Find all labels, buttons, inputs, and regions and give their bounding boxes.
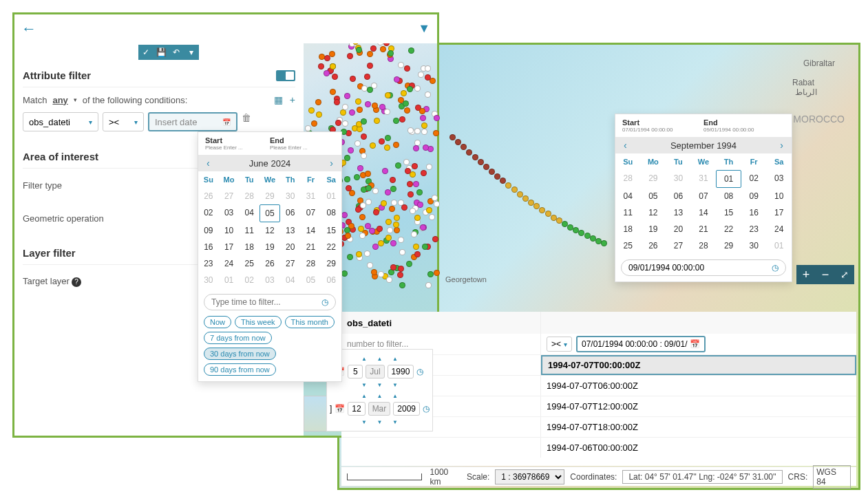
cal-day[interactable]: 30 [741,237,767,254]
cal-day[interactable]: 23 [741,221,767,237]
cal-day[interactable]: 04 [615,188,641,204]
start-year[interactable]: 1990 [388,365,414,379]
cal-day[interactable]: 06 [280,204,301,222]
operator-select[interactable]: >< ▾ [547,337,572,352]
apply-button[interactable]: ✓ [138,45,154,60]
cal-day[interactable]: 29 [716,237,741,254]
cal-day[interactable]: 29 [321,255,341,272]
preset-chip[interactable]: Now [204,316,231,328]
cal-day[interactable]: 30 [280,188,301,204]
cal-day[interactable]: 07 [691,188,717,204]
start-day[interactable]: 5 [348,365,363,379]
filter-toggle-icon[interactable]: ▼ [418,21,430,36]
cal-day[interactable]: 06 [321,272,341,288]
preset-chip[interactable]: This week [235,316,282,328]
zoom-in-button[interactable]: + [796,265,816,284]
cal-time-input[interactable] [628,263,772,273]
delete-condition-button[interactable]: 🗑 [242,112,251,131]
cal-day[interactable]: 15 [716,204,741,221]
cal-day[interactable]: 06 [666,188,691,204]
cal-day[interactable]: 05 [301,272,321,288]
add-condition-button[interactable]: + [290,94,295,105]
cal-day[interactable]: 10 [219,222,240,239]
clock-icon[interactable]: ◷ [321,297,328,307]
cal-day[interactable]: 14 [691,204,717,221]
cal-day[interactable]: 16 [198,239,219,255]
cal-day[interactable]: 27 [666,237,691,254]
cal-day[interactable]: 16 [741,204,767,221]
cal-day[interactable]: 09 [741,188,767,204]
cal-day[interactable]: 31 [301,188,321,204]
cal-day[interactable]: 01 [321,188,341,204]
date-input[interactable]: Insert date 📅 [148,112,237,131]
back-button[interactable]: ← [21,20,36,38]
cal-day[interactable]: 11 [239,222,260,239]
expand-button[interactable]: ⤢ [835,265,854,284]
cal-day[interactable]: 05 [260,204,280,222]
cal-day[interactable]: 25 [239,255,260,272]
cal-day[interactable]: 21 [691,221,717,237]
cal-day[interactable]: 12 [260,222,280,239]
cal-day[interactable]: 08 [716,188,741,204]
cal-month-title[interactable]: September 1994 [670,140,737,151]
calendar-icon[interactable]: 📅 [335,404,345,414]
cal-day[interactable]: 24 [766,221,792,237]
scale-select[interactable]: 1 : 36978669 [495,469,564,484]
cal-day[interactable]: 13 [666,204,691,221]
cal-day[interactable]: 30 [198,272,219,288]
cal-day[interactable]: 18 [239,239,260,255]
cal-day[interactable]: 04 [280,272,301,288]
cal-day[interactable]: 03 [219,204,240,222]
cal-day[interactable]: 24 [219,255,240,272]
cal-day[interactable]: 01 [766,237,792,254]
cal-day[interactable]: 10 [766,188,792,204]
cal-day[interactable]: 02 [239,272,260,288]
cal-day[interactable]: 26 [641,237,666,254]
reset-button[interactable]: ↶ [169,45,184,60]
field-select[interactable]: obs_dateti ▾ [23,112,98,131]
help-icon[interactable]: ? [72,277,81,287]
cal-day[interactable]: 26 [198,188,219,204]
cal-day[interactable]: 22 [716,221,741,237]
cal-day[interactable]: 18 [615,221,641,237]
cal-time-input[interactable] [211,297,321,307]
save-button[interactable]: 💾 [154,45,169,60]
cal-day[interactable]: 21 [301,239,321,255]
cal-day[interactable]: 20 [666,221,691,237]
cal-day[interactable]: 28 [239,188,260,204]
start-month[interactable]: Jul [366,365,384,379]
cal-day[interactable]: 08 [321,204,341,222]
cal-day[interactable]: 13 [280,222,301,239]
cal-day[interactable]: 23 [198,255,219,272]
cal-day[interactable]: 17 [766,204,792,221]
table-row[interactable]: 1994-07-06T00:00:00Z [341,437,856,458]
cal-day[interactable]: 25 [615,237,641,254]
cal-day[interactable]: 11 [615,204,641,221]
cal-day[interactable]: 05 [641,188,666,204]
clock-icon[interactable]: ◷ [772,263,779,273]
attribute-filter-toggle[interactable] [276,70,295,81]
cal-day[interactable]: 01 [219,272,240,288]
filter-button[interactable]: ▾ [184,45,199,60]
prev-month-button[interactable]: ‹ [621,140,630,151]
cal-day[interactable]: 22 [321,239,341,255]
cal-day[interactable]: 15 [321,222,341,239]
cal-day[interactable]: 27 [219,188,240,204]
cal-day[interactable]: 03 [260,272,280,288]
cal-day[interactable]: 17 [219,239,240,255]
cal-day[interactable]: 03 [766,170,792,188]
cal-day[interactable]: 04 [239,204,260,222]
cal-day[interactable]: 02 [741,170,767,188]
cal-day[interactable]: 28 [691,237,717,254]
next-month-button[interactable]: › [327,158,336,169]
cal-day[interactable]: 26 [260,255,280,272]
cal-day[interactable]: 14 [301,222,321,239]
cal-day[interactable]: 20 [280,239,301,255]
cal-day[interactable]: 31 [691,170,717,188]
preset-chip[interactable]: 90 days from now [204,363,276,376]
copy-button[interactable]: ▦ [274,94,283,105]
preset-chip[interactable]: 30 days from now [204,348,276,360]
cal-day[interactable]: 09 [198,222,219,239]
clock-icon[interactable]: ◷ [416,367,423,376]
table-col-obs-dateti[interactable]: obs_dateti [341,312,541,334]
